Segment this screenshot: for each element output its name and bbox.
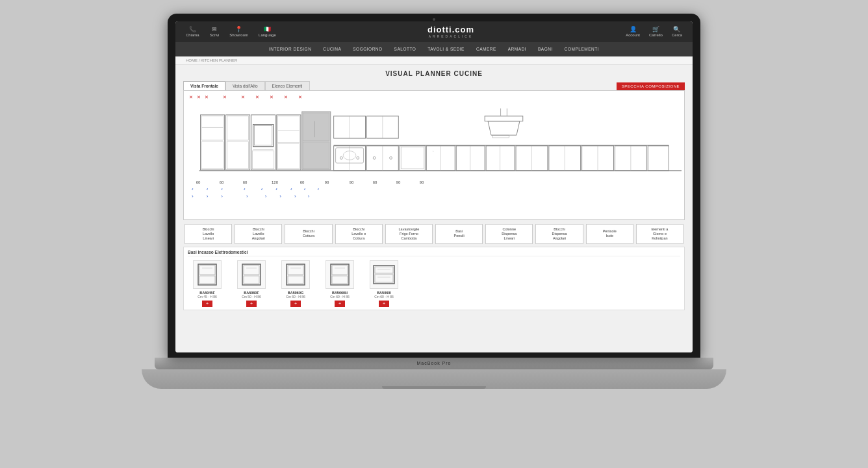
planner-area: ✕ ✕ ✕ ✕ ✕ ✕ ✕ ✕ ✕ [183, 90, 685, 220]
arrow-right-2[interactable]: › [207, 193, 209, 199]
page-title: VISUAL PLANNER CUCINE [183, 70, 685, 77]
cat-lavastoviglie[interactable]: Lavastoviglie Frigo-Forno Cambotta [385, 224, 433, 244]
cat-penisole-isole[interactable]: Penisole Isole [586, 224, 633, 244]
arrow-left-8[interactable]: ‹ [304, 186, 306, 192]
svg-rect-32 [426, 145, 455, 170]
meas-6: 90 [320, 180, 333, 184]
svg-rect-2 [201, 116, 223, 140]
svg-rect-77 [375, 275, 393, 282]
svg-point-24 [340, 156, 342, 159]
arrow-right-3[interactable]: › [221, 193, 223, 199]
arrow-left-1[interactable]: ‹ [192, 186, 194, 192]
cat-colonne-dispensa[interactable]: Colonne Dispensa Lineari [485, 224, 533, 244]
cat-blocchi-lavello-lineari[interactable]: Blocchi Lavello Lineari [185, 224, 232, 244]
arrow-left-2[interactable]: ‹ [207, 186, 209, 192]
cat-blocchi-cottura[interactable]: Blocchi Cottura [285, 224, 332, 244]
utility-scrivi[interactable]: ✉ Scrivi [210, 26, 220, 37]
product-card-4: BA5060H Cm 60 - H 86 + [320, 260, 359, 307]
svg-rect-61 [199, 276, 215, 284]
nav-camere[interactable]: CAMERE [476, 47, 496, 51]
utility-cart[interactable]: 🛒 Carrello [649, 26, 663, 37]
arrow-right-5[interactable]: › [265, 193, 267, 199]
nav-complementi[interactable]: COMPLEMENTI [565, 47, 599, 51]
delete-icon-6[interactable]: ✕ [255, 95, 259, 100]
brand-sub: ARREDACLICK [428, 34, 474, 38]
utility-language[interactable]: 🇮🇹 Language [259, 26, 276, 37]
arrow-right-7[interactable]: › [294, 193, 296, 199]
product-add-btn-2[interactable]: + [246, 301, 257, 307]
arrow-left-5[interactable]: ‹ [261, 186, 263, 192]
delete-icon-7[interactable]: ✕ [270, 95, 274, 100]
arrow-right-8[interactable]: › [308, 193, 310, 199]
svg-rect-16 [278, 143, 300, 168]
product-add-btn-1[interactable]: + [202, 301, 212, 307]
delete-icon-1[interactable]: ✕ [189, 95, 193, 100]
meas-10: 90 [415, 180, 428, 184]
nav-salotto[interactable]: SALOTTO [394, 47, 416, 51]
product-add-btn-3[interactable]: + [290, 301, 301, 307]
arrow-row-down: › › › › › › › › [186, 193, 682, 200]
svg-rect-47 [485, 116, 523, 121]
arrow-right-4[interactable]: › [246, 193, 248, 199]
meas-9: 90 [392, 180, 405, 184]
utility-search[interactable]: 🔍 Cerca [672, 26, 682, 37]
delete-icon-4[interactable]: ✕ [223, 95, 227, 100]
tab-vista-alto[interactable]: Vista dall'Alto [225, 81, 265, 90]
delete-icon-9[interactable]: ✕ [298, 95, 302, 100]
svg-rect-36 [486, 145, 515, 170]
products-section: Basi Incasso Elettrodomestici [183, 247, 685, 310]
laptop-brand-label: MacBook Pro [416, 361, 451, 365]
arrow-left-6[interactable]: ‹ [275, 186, 277, 192]
category-row: Blocchi Lavello Lineari Blocchi Lavello … [183, 220, 685, 247]
svg-rect-12 [253, 151, 274, 168]
svg-rect-10 [255, 125, 272, 145]
svg-point-29 [390, 156, 392, 159]
utility-chiama[interactable]: 📞 Chiama [186, 26, 199, 37]
svg-rect-60 [199, 265, 215, 275]
svg-rect-51 [492, 135, 509, 138]
arrow-left-9[interactable]: ‹ [317, 186, 319, 192]
arrow-right-1[interactable]: › [192, 193, 194, 199]
delete-icon-5[interactable]: ✕ [241, 95, 245, 100]
mail-icon: ✉ [212, 26, 217, 32]
nav-cucina[interactable]: CUCINA [323, 47, 341, 51]
product-card-2: BA5060F Cm 50 - H 86 + [232, 260, 271, 307]
tab-vista-frontale[interactable]: Vista Frontale [183, 81, 225, 90]
cat-blocchi-lavello-cottura[interactable]: Blocchi Lavello e Cottura [335, 224, 383, 244]
utility-bar-left: 📞 Chiama ✉ Scrivi 📍 Showroom 🇮🇹 Language [186, 26, 276, 37]
product-img-3 [281, 260, 310, 289]
delete-icon-3[interactable]: ✕ [205, 95, 209, 100]
arrow-right-6[interactable]: › [279, 193, 281, 199]
cat-elementi-giorno[interactable]: Elementi a Giorno e Kolmilpan [636, 224, 683, 244]
nav-bagni[interactable]: BAGNI [538, 47, 553, 51]
svg-rect-76 [375, 267, 393, 273]
svg-marker-48 [488, 121, 520, 134]
meas-2: 60 [215, 180, 228, 184]
nav-armadi[interactable]: ARMADI [508, 47, 526, 51]
product-add-btn-4[interactable]: + [335, 301, 345, 307]
arrow-left-7[interactable]: ‹ [290, 186, 292, 192]
cat-basi-pensili[interactable]: Basi Pensili [435, 224, 483, 244]
svg-rect-1 [200, 114, 224, 169]
nav-interior-design[interactable]: INTERIOR DESIGN [269, 47, 311, 51]
svg-rect-73 [332, 276, 348, 284]
breadcrumb: HOME / KITCHEN PLANNER [175, 56, 693, 65]
arrow-left-3[interactable]: ‹ [221, 186, 223, 192]
product-img-5 [370, 260, 398, 289]
utility-showroom[interactable]: 📍 Showroom [229, 26, 248, 37]
delete-icon-8[interactable]: ✕ [284, 95, 288, 100]
arrow-left-4[interactable]: ‹ [244, 186, 246, 192]
cat-blocchi-lavello-angolari[interactable]: Blocchi Lavello Angolari [235, 224, 282, 244]
nav-soggiorno[interactable]: SOGGIORNO [353, 47, 382, 51]
tab-elenco-elementi[interactable]: Elenco Elementi [265, 81, 310, 90]
nav-tavoli[interactable]: TAVOLI & SEDIE [428, 47, 465, 51]
product-desc-4: Cm 60 - H 86 [330, 295, 350, 299]
utility-account[interactable]: 👤 Account [626, 26, 640, 37]
cat-blocchi-dispensa-angolari[interactable]: Blocchi Dispensa Angolari [535, 224, 583, 244]
laptop-base [142, 369, 726, 389]
meas-7: 90 [345, 180, 358, 184]
product-add-btn-5[interactable]: + [379, 301, 389, 307]
specchio-button[interactable]: SPECCHIA COMPOSIZIONE [617, 82, 685, 90]
delete-icon-2[interactable]: ✕ [197, 95, 201, 100]
svg-rect-18 [303, 112, 329, 140]
